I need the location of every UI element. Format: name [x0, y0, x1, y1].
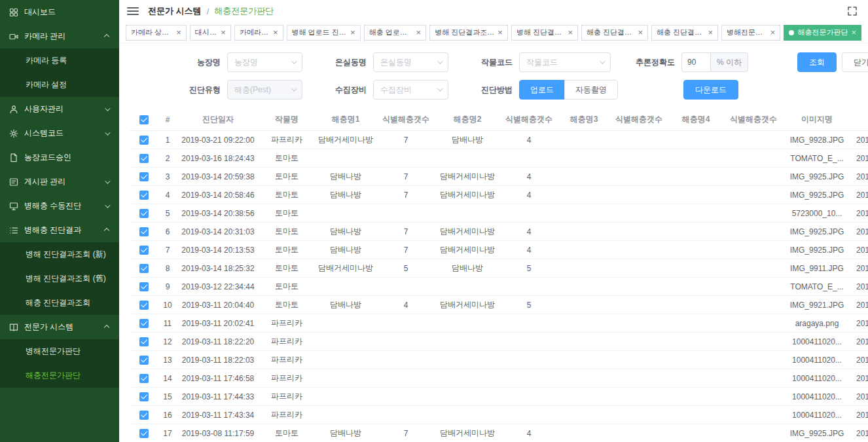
tab-item[interactable]: 대시보드×: [190, 25, 231, 41]
row-checkbox[interactable]: [139, 136, 149, 145]
close-icon[interactable]: ×: [770, 28, 776, 37]
method-upload-button[interactable]: 업로드: [519, 80, 565, 100]
device-select[interactable]: 수집장비: [373, 80, 448, 100]
sidebar-item[interactable]: 대시보드: [0, 0, 119, 24]
close-icon[interactable]: ×: [273, 28, 278, 37]
accuracy-input[interactable]: [681, 52, 710, 72]
method-auto-capture-button[interactable]: 자동촬영: [564, 80, 618, 100]
tab-item[interactable]: 병해전문가판단×: [721, 25, 780, 41]
close-icon[interactable]: ×: [851, 28, 856, 37]
row-checkbox[interactable]: [139, 337, 149, 346]
sidebar-item[interactable]: 카메라 관리: [0, 24, 119, 48]
table-cell: 2019-03-08 11:17:59: [177, 424, 259, 442]
sidebar-item-label: 전문가 시스템: [24, 322, 73, 333]
sidebar-item[interactable]: 전문가 시스템: [0, 315, 119, 339]
tab-label: 해충 진단결과상세: [657, 28, 704, 37]
row-checkbox[interactable]: [139, 191, 149, 200]
row-checkbox[interactable]: [139, 246, 149, 255]
tab-label: 병해 업로드 진단 (新): [292, 28, 348, 37]
sidebar-item[interactable]: 농장코드승인: [0, 145, 119, 170]
sidebar-item[interactable]: 시스템코드: [0, 121, 119, 145]
close-icon[interactable]: ×: [638, 28, 643, 37]
table-cell: [610, 369, 668, 387]
tab-item[interactable]: 해충 업로드 진단×: [364, 25, 426, 41]
tab-item[interactable]: 카메라 설정×: [234, 25, 283, 41]
farm-name-select[interactable]: 농장명: [227, 52, 302, 72]
select-all-checkbox[interactable]: [139, 115, 149, 124]
table-cell: [558, 424, 610, 442]
crop-code-select[interactable]: 작물코드: [519, 52, 611, 72]
farm-name-label: 농장명: [175, 57, 221, 68]
close-icon[interactable]: ×: [176, 28, 181, 37]
fullscreen-icon[interactable]: [847, 6, 858, 16]
breadcrumb-root[interactable]: 전문가 시스템: [148, 5, 202, 17]
row-checkbox[interactable]: [139, 154, 149, 163]
row-checkbox[interactable]: [139, 374, 149, 383]
sidebar-item[interactable]: 카메라 등록: [0, 48, 119, 73]
table-cell: 1: [158, 131, 177, 149]
sidebar-item[interactable]: 해충 진단결과조회: [0, 291, 119, 315]
close-icon[interactable]: ×: [350, 28, 355, 37]
row-checkbox[interactable]: [139, 392, 149, 401]
row-checkbox[interactable]: [139, 301, 149, 310]
table-cell: [610, 186, 668, 204]
sidebar-item[interactable]: 병해전문가판단: [0, 339, 119, 363]
table-cell: 10: [158, 296, 177, 314]
tab-item[interactable]: 병해 진단결과상세×: [511, 25, 578, 41]
row-checkbox[interactable]: [139, 319, 149, 328]
tab-active[interactable]: 해충전문가판단×: [784, 25, 861, 41]
table-cell: [610, 314, 668, 332]
tab-item[interactable]: 해충 진단결과조회×: [581, 25, 648, 41]
tab-item[interactable]: 카메라 상세설정×: [126, 25, 187, 41]
close-icon[interactable]: ×: [416, 28, 422, 37]
diagnosis-type-select[interactable]: 해충(Pest): [227, 80, 302, 100]
close-icon[interactable]: ×: [708, 28, 713, 37]
table-cell: 2019-03-14 18:25:32: [177, 259, 259, 277]
row-checkbox[interactable]: [139, 227, 149, 236]
download-button[interactable]: 다운로드: [683, 80, 738, 100]
camera-icon: [9, 32, 18, 41]
greenhouse-select[interactable]: 온실동명: [373, 52, 448, 72]
sidebar-item-active[interactable]: 해충전문가판단: [0, 363, 119, 388]
tab-item[interactable]: 병해 업로드 진단 (新)×: [287, 25, 361, 41]
table-cell: [558, 369, 610, 387]
sidebar-item[interactable]: 카메라 설정: [0, 73, 119, 97]
table-cell: 201: [851, 406, 868, 424]
tab-item[interactable]: 병해 진단결과조회 (新)×: [429, 25, 508, 41]
gear-icon: [9, 129, 18, 138]
close-icon[interactable]: ×: [497, 28, 503, 37]
sidebar-item[interactable]: 병해충 수동진단: [0, 194, 119, 218]
sidebar-item[interactable]: 병해 진단결과조회 (舊): [0, 267, 119, 291]
row-checkbox[interactable]: [139, 356, 149, 365]
sidebar-item[interactable]: 병해 진단결과조회 (新): [0, 242, 119, 267]
column-header: 해충명1: [314, 109, 377, 130]
table-cell: [377, 388, 435, 405]
diagnosis-type-label: 진단유형: [175, 84, 221, 96]
search-button[interactable]: 조회: [797, 52, 837, 72]
tab-item[interactable]: 해충 진단결과상세×: [651, 25, 718, 41]
table-cell: 2019-03-14 20:58:46: [177, 186, 259, 204]
table-cell: 2019-03-11 18:22:20: [177, 333, 259, 350]
row-checkbox[interactable]: [139, 209, 149, 218]
close-icon[interactable]: ×: [221, 28, 226, 37]
row-checkbox[interactable]: [139, 411, 149, 420]
sidebar-item[interactable]: 병해충 진단결과: [0, 218, 119, 242]
row-checkbox[interactable]: [139, 282, 149, 291]
table-cell: 201: [851, 131, 868, 149]
sidebar-item[interactable]: 게시판 관리: [0, 170, 119, 194]
sidebar-item[interactable]: 사용자관리: [0, 97, 119, 121]
table-cell: 15: [158, 388, 177, 405]
row-checkbox[interactable]: [139, 264, 149, 273]
hamburger-icon[interactable]: [127, 7, 139, 15]
close-icon[interactable]: ×: [568, 28, 573, 37]
close-button[interactable]: 닫기: [842, 52, 868, 72]
row-checkbox[interactable]: [139, 429, 149, 438]
table-cell: [610, 204, 668, 222]
table-row: 132019-03-11 18:22:03파프리카1000411020...20…: [130, 351, 868, 369]
table-cell: 담배나방: [314, 296, 377, 314]
select-placeholder: 작물코드: [526, 57, 600, 68]
row-checkbox[interactable]: [139, 172, 149, 181]
table-cell: [610, 131, 668, 149]
table-cell: 5: [377, 259, 435, 277]
table-cell: 담배거세미나방: [314, 259, 377, 277]
